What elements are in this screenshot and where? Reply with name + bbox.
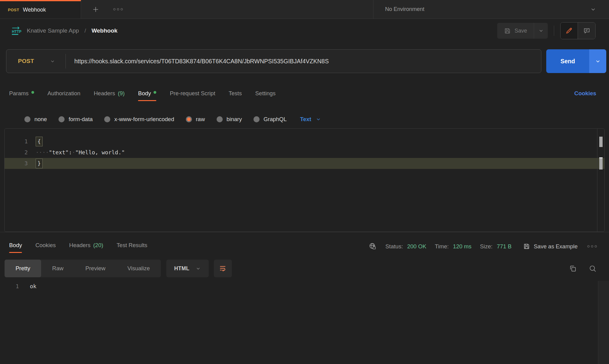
- body-type-graphql[interactable]: GraphQL: [253, 116, 287, 123]
- header-divider: [554, 26, 554, 36]
- plus-icon: [92, 6, 99, 13]
- tab-label: Body: [138, 90, 151, 97]
- params-modified-dot: [31, 91, 34, 94]
- view-preview[interactable]: Preview: [74, 260, 116, 277]
- method-label: POST: [18, 58, 34, 65]
- svg-text:HTTP: HTTP: [12, 30, 21, 34]
- raw-language-label: Text: [300, 116, 311, 123]
- time-value: 120 ms: [453, 243, 472, 250]
- wrap-text-button[interactable]: [214, 260, 232, 277]
- breadcrumb-collection[interactable]: Knative Sample App: [27, 27, 79, 34]
- breadcrumb-request-name[interactable]: Webhook: [91, 27, 117, 34]
- send-button[interactable]: Send: [546, 49, 589, 73]
- save-button-label: Save: [515, 28, 527, 34]
- environment-selector[interactable]: No Environment: [373, 0, 609, 19]
- code-text: {: [28, 136, 43, 147]
- chevron-down-icon: [316, 117, 321, 122]
- view-pretty[interactable]: Pretty: [5, 260, 41, 277]
- raw-language-selector[interactable]: Text: [300, 116, 321, 123]
- radio-label: form-data: [69, 116, 93, 123]
- json-key: "text":: [49, 149, 72, 156]
- body-type-row: none form-data x-www-form-urlencoded raw…: [0, 112, 609, 127]
- copy-response-button[interactable]: [569, 264, 577, 273]
- response-options-icon[interactable]: [587, 245, 597, 247]
- tab-method-badge: POST: [8, 8, 19, 12]
- radio-circle: [24, 116, 30, 122]
- body-modified-dot: [154, 91, 156, 94]
- request-tab-webhook[interactable]: POST Webhook: [0, 0, 81, 19]
- tab-label: Cookies: [35, 242, 56, 249]
- copy-icon: [569, 264, 577, 273]
- tab-authorization[interactable]: Authorization: [48, 90, 80, 103]
- code-text: }: [28, 158, 43, 169]
- radio-circle: [58, 116, 65, 122]
- save-as-example-label: Save as Example: [534, 243, 578, 250]
- radio-label: binary: [227, 116, 242, 123]
- response-section: Body Cookies Headers (20) Test Results: [0, 232, 609, 364]
- comments-button[interactable]: [578, 23, 595, 39]
- save-button[interactable]: Save: [497, 23, 534, 39]
- search-response-button[interactable]: [589, 264, 597, 273]
- comment-icon: [583, 27, 590, 34]
- tab-label: Test Results: [117, 242, 147, 249]
- body-type-none[interactable]: none: [24, 116, 47, 123]
- response-scrollbar-track[interactable]: [598, 281, 609, 364]
- network-icon[interactable]: [369, 242, 377, 250]
- chevron-down-icon: [196, 266, 201, 271]
- response-tab-test-results[interactable]: Test Results: [117, 242, 147, 256]
- tab-body[interactable]: Body: [138, 90, 156, 103]
- response-tab-body[interactable]: Body: [9, 242, 22, 256]
- send-options-button[interactable]: [589, 49, 606, 73]
- time-label: Time:: [435, 243, 449, 250]
- response-view-switcher: Pretty Raw Preview Visualize: [5, 260, 161, 277]
- environment-name: No Environment: [385, 6, 424, 12]
- tab-title: Webhook: [23, 7, 46, 13]
- body-type-x-www-form-urlencoded[interactable]: x-www-form-urlencoded: [104, 116, 174, 123]
- view-raw[interactable]: Raw: [41, 260, 74, 277]
- send-button-group: Send: [546, 49, 606, 73]
- headers-count: (9): [118, 90, 125, 97]
- whitespace-dot: ·: [72, 149, 75, 156]
- response-body-viewer[interactable]: 1 ok: [0, 281, 609, 364]
- body-type-binary[interactable]: binary: [217, 116, 242, 123]
- response-line-1: 1 ok: [0, 281, 609, 292]
- cookies-link[interactable]: Cookies: [574, 90, 596, 103]
- view-visualize[interactable]: Visualize: [116, 260, 161, 277]
- tab-headers[interactable]: Headers (9): [94, 90, 125, 103]
- tab-params[interactable]: Params: [9, 90, 34, 103]
- radio-label: x-www-form-urlencoded: [114, 116, 174, 123]
- editor-line-2: 2 ····"text":·"Hello, world.": [5, 147, 604, 158]
- response-tab-headers[interactable]: Headers (20): [69, 242, 103, 256]
- tab-pre-request-script[interactable]: Pre-request Script: [170, 90, 215, 103]
- body-type-form-data[interactable]: form-data: [58, 116, 93, 123]
- json-value: "Hello, world.": [75, 149, 125, 156]
- save-as-example-button[interactable]: Save as Example: [523, 243, 578, 250]
- response-format-selector[interactable]: HTML: [166, 260, 209, 277]
- editor-scrollbar[interactable]: [597, 129, 604, 232]
- url-input[interactable]: https://hooks.slack.com/services/T06TD83…: [66, 58, 541, 65]
- pencil-icon: [565, 27, 573, 34]
- response-headers-count: (20): [93, 242, 103, 249]
- save-options-button[interactable]: [534, 23, 548, 39]
- edit-documentation-button[interactable]: [561, 23, 578, 39]
- method-selector[interactable]: POST: [6, 58, 66, 65]
- tab-tests[interactable]: Tests: [229, 90, 242, 103]
- tab-label: Authorization: [48, 90, 80, 97]
- response-text: ok: [19, 281, 37, 292]
- size-value: 771 B: [497, 243, 512, 250]
- breadcrumb-separator: /: [84, 27, 86, 34]
- request-body-editor[interactable]: 1 { 2 ····"text":·"Hello, world." 3 }: [4, 128, 605, 232]
- header-actions: Save: [497, 22, 596, 39]
- body-type-raw[interactable]: raw: [186, 116, 205, 123]
- new-tab-button[interactable]: [92, 6, 99, 13]
- line-number: 1: [5, 136, 28, 147]
- tab-label: Settings: [255, 90, 276, 97]
- response-tab-cookies[interactable]: Cookies: [35, 242, 56, 256]
- status-label: Status:: [385, 243, 403, 250]
- tab-options-button[interactable]: [113, 8, 123, 10]
- radio-circle-selected: [186, 116, 192, 122]
- tab-settings[interactable]: Settings: [255, 90, 276, 103]
- tab-label: Headers: [69, 242, 90, 249]
- radio-label: none: [34, 116, 47, 123]
- radio-label: GraphQL: [264, 116, 287, 123]
